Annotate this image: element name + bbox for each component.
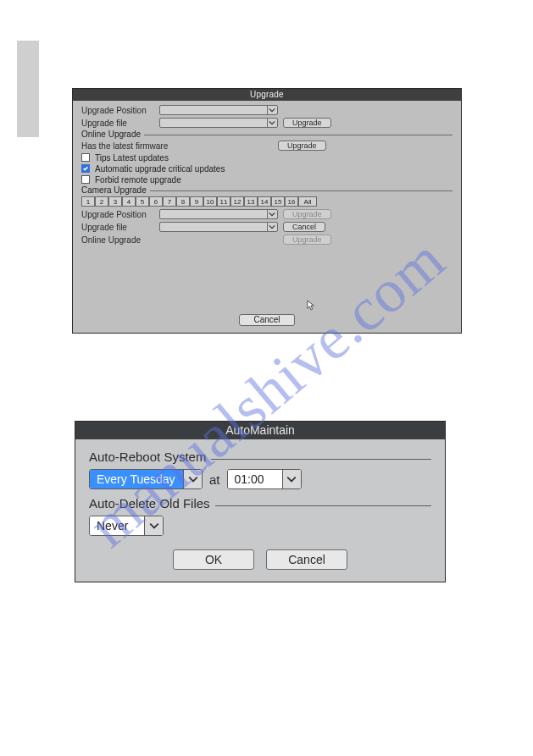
label-cam-online-upgrade: Online Upgrade [81,235,159,245]
label-tips: Tips Latest updates [95,153,169,163]
mouse-cursor-icon [307,300,315,315]
label-upgrade-file: Upgrade file [81,119,159,128]
camera-channel-button[interactable]: 9 [190,196,203,207]
label-auto-delete: Auto-Delete Old Files [89,496,210,510]
chevron-down-icon [267,106,275,114]
select-auto-delete-value: Never [90,516,144,535]
camera-channel-button[interactable]: 4 [122,196,136,207]
camera-channel-button[interactable]: 5 [136,196,149,207]
divider [144,135,452,135]
checkbox-tips[interactable] [81,153,90,162]
label-auto-reboot: Auto-Reboot System [89,450,206,464]
camera-channel-button[interactable]: 10 [203,196,217,207]
cam-upgrade-button: Upgrade [283,209,331,219]
automaintain-dialog: AutoMaintain Auto-Reboot System Every Tu… [75,421,446,582]
camera-channel-button[interactable]: 2 [95,196,108,207]
select-cam-upgrade-file[interactable] [159,222,278,232]
upgrade-title: Upgrade [73,89,461,101]
camera-channel-button[interactable]: 16 [285,196,298,207]
camera-channel-button[interactable]: 3 [108,196,122,207]
select-reboot-time[interactable]: 01:00 [227,469,302,489]
upgrade-button[interactable]: Upgrade [283,118,331,128]
label-has-latest: Has the latest firmware [81,141,200,151]
online-upgrade-button[interactable]: Upgrade [278,141,326,151]
label-cam-upgrade-position: Upgrade Position [81,210,159,219]
select-upgrade-position[interactable] [159,105,278,115]
chevron-down-icon [267,119,275,127]
camera-channel-button[interactable]: 8 [176,196,190,207]
chevron-down-icon [267,210,275,218]
select-cam-upgrade-position[interactable] [159,209,278,219]
camera-channel-all-button[interactable]: All [298,196,317,207]
camera-channel-strip: 1 2 3 4 5 6 7 8 9 10 11 12 13 14 15 16 A… [81,196,452,207]
select-auto-delete[interactable]: Never [89,516,164,536]
select-reboot-day[interactable]: Every Tuesday [89,469,203,489]
camera-channel-button[interactable]: 14 [258,196,271,207]
select-reboot-day-value: Every Tuesday [90,470,183,488]
select-reboot-time-value: 01:00 [228,470,282,488]
automaintain-title: AutoMaintain [75,422,445,439]
label-upgrade-position: Upgrade Position [81,106,159,115]
chevron-down-icon [282,470,301,488]
chevron-down-icon [144,516,163,535]
camera-channel-button[interactable]: 7 [163,196,176,207]
label-online-upgrade: Online Upgrade [81,130,141,139]
cam-cancel-button[interactable]: Cancel [283,222,325,232]
label-forbid-remote: Forbid remote upgrade [95,175,181,185]
camera-channel-button[interactable]: 12 [230,196,244,207]
checkbox-auto-critical[interactable] [81,164,90,173]
label-auto-critical: Automatic upgrade critical updates [95,164,225,174]
camera-channel-button[interactable]: 6 [149,196,163,207]
divider [215,505,431,506]
camera-channel-button[interactable]: 1 [81,196,95,207]
camera-channel-button[interactable]: 15 [271,196,285,207]
checkbox-forbid-remote[interactable] [81,175,90,184]
chevron-down-icon [183,470,202,488]
select-upgrade-file[interactable] [159,118,278,128]
camera-channel-button[interactable]: 11 [217,196,230,207]
cancel-button[interactable]: Cancel [266,549,347,570]
upgrade-dialog: Upgrade Upgrade Position Upgrade file Up… [72,88,462,334]
ok-button[interactable]: OK [173,549,254,570]
divider [150,190,452,191]
camera-channel-button[interactable]: 13 [244,196,258,207]
cancel-button[interactable]: Cancel [239,314,294,326]
label-camera-upgrade: Camera Upgrade [81,185,147,195]
label-at: at [209,472,220,487]
label-cam-upgrade-file: Upgrade file [81,223,159,232]
divider [211,459,431,460]
page-side-stub [17,41,39,137]
cam-online-upgrade-button: Upgrade [283,235,331,245]
chevron-down-icon [267,223,275,231]
